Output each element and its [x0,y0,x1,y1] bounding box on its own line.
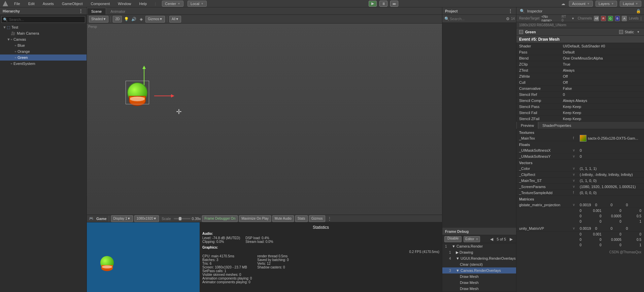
frame-debug-header: Frame Debug [442,228,516,235]
tab-animator[interactable]: Animator [106,8,130,14]
rt-dropdown-icon[interactable]: ▼ [570,15,576,22]
matrices-section: Matrices [516,196,644,202]
hierarchy-item-orange[interactable]: ▶ ▫ Orange [0,48,87,54]
scale-slider[interactable] [174,218,191,219]
menu-gameobject[interactable]: GameObject [60,1,85,6]
object-active-checkbox[interactable] [519,30,523,34]
cloud-icon[interactable]: ☁ [560,1,566,7]
static-dropdown-icon[interactable]: ▼ [635,29,641,35]
gizmos-dropdown[interactable]: Gizmos ▼ [145,16,165,23]
lighting-icon[interactable]: 💡 [123,16,129,22]
ft-ugui-overlays[interactable]: 4 ▼ UGUI.Rendering.RenderOverlays [442,255,516,261]
play-button[interactable]: ▶ [369,1,377,7]
all-dropdown[interactable]: All ▼ [169,16,181,23]
hierarchy-item-canvas[interactable]: ▼ ▫ Canvas [0,36,87,42]
hierarchy-more-icon[interactable]: ⋮ [78,8,84,14]
frame-debug-editor-dropdown[interactable]: Editor ▼ [464,236,480,242]
inspector-content[interactable]: Shader UI/Default, SubShader #0 Pass Def… [516,43,644,292]
menu-edit[interactable]: Edit [26,1,37,6]
project-search-icon[interactable]: 🔍 [444,16,450,22]
skybox-icon[interactable]: ◈ [138,16,144,22]
arrow-tip-y [142,66,146,69]
menu-assets[interactable]: Assets [41,1,56,6]
frame-debug-disable-btn[interactable]: Disable [444,236,462,242]
channel-g-btn[interactable]: G [608,16,613,21]
insp-row-stencil-pass: Stencil Pass Keep Keep [516,104,644,110]
channel-r-btn[interactable]: R [601,16,606,21]
step-button[interactable]: ⏭ [390,1,398,7]
hierarchy-item-eventsystem[interactable]: ▶ ▫ EventSystem [0,61,87,67]
channel-a-btn[interactable]: A [622,16,627,21]
insp-blend-label: Blend [519,56,563,60]
hierarchy-item-maincamera[interactable]: ▶ 🎥 Main Camera [0,30,87,36]
game-more-icon[interactable]: ⋮ [327,216,333,222]
hierarchy-item-blue[interactable]: ▶ ▫ Blue [0,42,87,48]
ft-canvas-overlays[interactable]: 3 ▼ Canvas.RenderOverlays [442,267,516,273]
menu-help[interactable]: Help [137,1,149,6]
stats-graphics-label: Graphics: [202,246,439,249]
project-search-input[interactable] [450,17,505,21]
insp-row-stencil-fail: Stencil Fail Keep Keep [516,110,644,116]
frame-debug-next-icon[interactable]: ▶ [508,236,514,242]
arrow-tip-x [171,94,174,98]
ft-drawing[interactable]: 1 ▶ Drawing [442,249,516,255]
frame-debug-prev-icon[interactable]: ◀ [488,236,495,242]
stats-btn[interactable]: Stats [295,215,308,222]
matrix-proj-row3: 0 0 0.0005 0.5 [516,213,644,219]
project-settings-icon[interactable]: ⚙ [505,16,511,22]
tab-preview[interactable]: Preview [516,122,538,129]
csdn-watermark: CSDN @ThomasQxx [516,248,644,257]
hierarchy-item-green[interactable]: ▶ ▫ Green [0,54,87,61]
ft-draw-mesh-1[interactable]: Draw Mesh [442,273,516,280]
menu-window[interactable]: Window [116,1,133,6]
game-object-in-scene [127,82,161,116]
channel-b-btn[interactable]: B [615,16,620,21]
ft-camera-render[interactable]: 1 ▼ Camera.Render [442,243,516,249]
frame-debug-title: Frame Debug [445,229,469,233]
channel-all-btn[interactable]: All [594,16,599,21]
tab-shader-props[interactable]: ShaderProperties [538,122,575,129]
resolution-dropdown[interactable]: 1080x1920 ▼ [134,215,159,222]
stats-title: Statistics [202,225,439,230]
mute-audio-btn[interactable]: Mute Audio [272,215,294,222]
ft-draw-mesh-2[interactable]: Draw Mesh [442,280,516,286]
scene-background: ✛ Persp [87,24,442,215]
project-title: Project [445,9,457,13]
maximize-on-play-btn[interactable]: Maximize On Play [239,215,271,222]
transform-center-dropdown[interactable]: Center ▼ [162,1,183,7]
inspector-lock-icon[interactable]: 🔒 [635,8,641,14]
game-object-small [100,256,115,273]
ft-draw-mesh-3[interactable]: Draw Mesh [442,286,516,292]
insp-row-stencil-zfail: Stencil ZFail Keep Keep [516,116,644,122]
layout-dropdown[interactable]: Layout ▼ [620,1,641,7]
top-bar-left: File Edit Assets GameObject Component Wi… [3,1,207,7]
display-dropdown[interactable]: Display 1 ▼ [111,215,133,222]
toolbar-sep-1 [110,16,111,22]
game-sep-1 [109,216,109,222]
scene-view[interactable]: ✛ Persp [87,24,442,215]
audio-icon[interactable]: 🔊 [131,16,137,22]
frame-debugger-on-btn[interactable]: Frame Debugger On [202,215,238,222]
project-more-icon[interactable]: ⋮ [507,8,513,14]
inspector-icon[interactable]: 🔍 [519,8,525,14]
insp-row-stencil-ref: Stencil Ref 0 [516,92,644,98]
transform-local-dropdown[interactable]: Local ▼ [188,1,207,7]
game-gizmos-btn[interactable]: Gizmos [309,215,325,222]
menu-file[interactable]: File [12,1,22,6]
center-area: Scene Animator Shaded ▼ 2D 💡 🔊 ◈ Gizmos … [87,7,442,292]
event-header: Event #5: Draw Mesh [516,36,644,43]
insp-pass-value: Default [563,50,641,54]
shader-row-matrix-proj: glstate_matrix_projection v 0.0019 0 0 0 [516,202,644,208]
expand-arrow-canvas: ▼ [7,37,10,41]
account-dropdown[interactable]: Account ▼ [569,1,593,7]
hierarchy-item-test[interactable]: ▼ ⬚ Test [0,24,87,30]
layers-dropdown[interactable]: Layers ▼ [596,1,617,7]
ft-clear[interactable]: Clear (stencil) [442,261,516,267]
shading-dropdown[interactable]: Shaded ▼ [89,16,108,23]
pause-button[interactable]: ⏸ [379,1,387,7]
tab-scene[interactable]: Scene [87,8,106,14]
2d-toggle[interactable]: 2D [113,16,122,23]
menu-component[interactable]: Component [89,1,112,6]
inspector-object-header: Green Static ▼ [516,28,644,36]
static-checkbox[interactable] [619,30,623,34]
